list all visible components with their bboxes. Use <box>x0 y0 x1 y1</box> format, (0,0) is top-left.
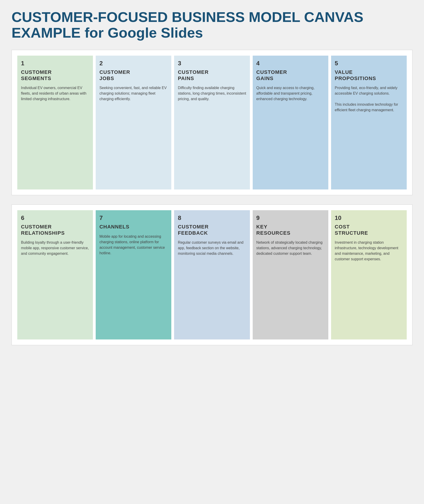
cell-title: CHANNELS <box>99 224 168 230</box>
cell-title: CUSTOMER PAINS <box>178 69 246 82</box>
cell-body: Building loyalty through a user-friendly… <box>21 240 89 256</box>
cell-number: 9 <box>256 214 325 222</box>
cell-body: Individual EV owners, commercial EV flee… <box>21 85 89 102</box>
cell-number: 2 <box>99 60 168 67</box>
cell-number: 3 <box>178 60 246 67</box>
cell-body: Mobile app for locating and accessing ch… <box>99 234 168 256</box>
canvas-cell-1: 1CUSTOMER SEGMENTSIndividual EV owners, … <box>17 56 93 190</box>
cell-title: VALUE PROPOSITIONS <box>335 69 403 82</box>
cell-title: CUSTOMER SEGMENTS <box>21 69 89 82</box>
canvas-cell-8: 8CUSTOMER FEEDBACKRegular customer surve… <box>174 210 250 339</box>
canvas-cell-5: 5VALUE PROPOSITIONSProviding fast, eco-f… <box>331 56 407 190</box>
cell-number: 10 <box>335 214 403 222</box>
cell-body: Network of strategically located chargin… <box>256 240 325 256</box>
canvas-cell-3: 3CUSTOMER PAINSDifficulty finding availa… <box>174 56 250 190</box>
cell-body: Providing fast, eco-friendly, and widely… <box>335 85 403 113</box>
cell-body: Difficulty finding available charging st… <box>178 85 246 102</box>
canvas-cell-7: 7CHANNELSMobile app for locating and acc… <box>96 210 171 339</box>
canvas-cell-6: 6CUSTOMER RELATIONSHIPSBuilding loyalty … <box>17 210 93 339</box>
cell-title: CUSTOMER FEEDBACK <box>178 224 246 236</box>
cell-number: 4 <box>256 60 325 67</box>
cell-number: 6 <box>21 214 89 222</box>
cell-title: KEY RESOURCES <box>256 224 325 236</box>
cell-title: CUSTOMER RELATIONSHIPS <box>21 224 89 236</box>
top-canvas-section: 1CUSTOMER SEGMENTSIndividual EV owners, … <box>12 50 412 195</box>
cell-title: CUSTOMER GAINS <box>256 69 325 82</box>
cell-number: 1 <box>21 60 89 67</box>
cell-number: 8 <box>178 214 246 222</box>
cell-title: COST STRUCTURE <box>335 224 403 236</box>
cell-number: 7 <box>99 214 168 222</box>
page-title: CUSTOMER-FOCUSED BUSINESS MODEL CANVAS E… <box>12 9 412 41</box>
cell-body: Seeking convenient, fast, and reliable E… <box>99 85 168 102</box>
cell-title: CUSTOMER JOBS <box>99 69 168 82</box>
canvas-cell-9: 9KEY RESOURCESNetwork of strategically l… <box>253 210 328 339</box>
canvas-cell-4: 4CUSTOMER GAINSQuick and easy access to … <box>253 56 328 190</box>
cell-number: 5 <box>335 60 403 67</box>
top-grid: 1CUSTOMER SEGMENTSIndividual EV owners, … <box>17 56 407 190</box>
cell-body: Regular customer surveys via email and a… <box>178 240 246 256</box>
canvas-cell-10: 10COST STRUCTUREInvestment in charging s… <box>331 210 407 339</box>
bottom-canvas-section: 6CUSTOMER RELATIONSHIPSBuilding loyalty … <box>12 204 412 345</box>
cell-body: Quick and easy access to charging, affor… <box>256 85 325 102</box>
cell-body: Investment in charging station infrastru… <box>335 240 403 262</box>
canvas-cell-2: 2CUSTOMER JOBSSeeking convenient, fast, … <box>96 56 171 190</box>
bottom-grid: 6CUSTOMER RELATIONSHIPSBuilding loyalty … <box>17 210 407 339</box>
